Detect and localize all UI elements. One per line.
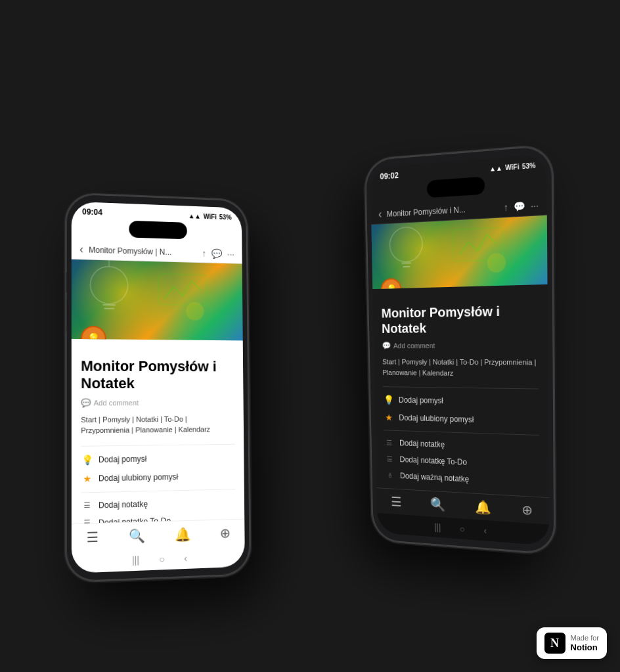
status-time-left: 09:04 [82, 207, 102, 217]
page-title-left: Monitor Pomysłów i Notatek [81, 357, 234, 393]
nav-icons-right: ↑ 💬 ··· [504, 199, 539, 212]
action-label-5-right: Dodaj ważną notatkę [400, 471, 469, 483]
notion-badge-text: Made for Notion [571, 634, 599, 653]
nav-title-left: Monitor Pomysłów | N... [89, 245, 197, 258]
bottom-list-icon-right[interactable]: ☰ [391, 493, 402, 509]
nav-title-right: Monitor Pomysłów i N... [387, 202, 498, 218]
divider-1-right [383, 386, 539, 389]
android-home-left[interactable]: ○ [159, 553, 165, 564]
content-left: Monitor Pomysłów i Notatek 💬 Add comment… [72, 338, 244, 523]
star-icon-right: ★ [384, 412, 395, 422]
bottom-list-icon-left[interactable]: ☰ [87, 529, 99, 545]
status-time-right: 09:02 [380, 170, 399, 181]
action-fav-idea-right[interactable]: ★ Dodaj ulubiony pomysł [384, 408, 539, 430]
wifi-icon-right: WiFi [505, 162, 520, 171]
phone-right: 09:02 ▲▲ WiFi 53% ‹ Monitor Pomysłów i N… [365, 145, 554, 554]
comment-add-icon-right: 💬 [382, 341, 391, 350]
more-icon-right[interactable]: ··· [531, 199, 539, 211]
more-icon-left[interactable]: ··· [227, 248, 234, 259]
add-comment-text-right: Add comment [393, 342, 435, 349]
back-button-right[interactable]: ‹ [378, 207, 382, 221]
notion-logo-char: N [550, 637, 559, 650]
action-label-3-left: Dodaj notatkę [99, 499, 148, 510]
bottom-search-icon-left[interactable]: 🔍 [129, 527, 145, 544]
phone-right-screen: 09:02 ▲▲ WiFi 53% ‹ Monitor Pomysłów i N… [370, 154, 550, 545]
android-back-left[interactable]: ||| [132, 554, 139, 566]
candle-icon-right: 🕯 [384, 471, 395, 479]
action-label-3-right: Dodaj notatkę [399, 438, 445, 449]
divider-2-right [384, 430, 539, 436]
breadcrumb-left: Start | Pomysły | Notatki | To-Do | Przy… [81, 413, 234, 436]
lines-icon-1-left: ☰ [81, 501, 93, 510]
divider-1-left [81, 443, 234, 446]
bottom-add-icon-left[interactable]: ⊕ [219, 525, 231, 541]
content-right: Monitor Pomysłów i Notatek 💬 Add comment… [372, 284, 548, 497]
action-label-1-left: Dodaj pomysł [99, 454, 146, 464]
action-label-1-right: Dodaj pomysł [399, 395, 443, 405]
add-comment-right[interactable]: 💬 Add comment [382, 340, 539, 350]
notion-badge-notion-label: Notion [571, 642, 599, 653]
svg-line-7 [402, 263, 411, 263]
breadcrumb-right: Start | Pomysły | Notatki | To-Do | Przy… [382, 356, 539, 378]
dynamic-island-left [129, 220, 187, 239]
phones-container: 09:04 ▲▲ WiFi 53% ‹ Monitor Pomysłów | N… [54, 51, 566, 642]
add-comment-text-left: Add comment [94, 398, 139, 406]
add-comment-left[interactable]: 💬 Add comment [81, 397, 234, 407]
idea-icon-left: 💡 [81, 454, 93, 465]
bottom-bell-icon-left[interactable]: 🔔 [175, 526, 191, 543]
action-add-idea-left[interactable]: 💡 Dodaj pomysł [81, 448, 235, 469]
action-label-4-right: Dodaj notatkę To-Do [399, 455, 467, 466]
hero-image-right: 💡 [371, 215, 547, 288]
idea-icon-right: 💡 [383, 394, 394, 405]
svg-point-6 [389, 226, 422, 262]
action-label-2-left: Dodaj ulubiony pomysł [99, 472, 178, 483]
back-button-left[interactable]: ‹ [79, 242, 83, 256]
status-icons-right: ▲▲ WiFi 53% [489, 161, 536, 172]
wifi-icon-left: WiFi [204, 212, 217, 219]
comment-add-icon-left: 💬 [81, 398, 91, 407]
dynamic-island-right [427, 176, 485, 198]
svg-point-5 [186, 302, 204, 320]
svg-point-10 [487, 253, 506, 273]
signal-icon-left: ▲▲ [188, 212, 201, 219]
battery-right: 53% [522, 161, 536, 169]
lines-icon-2-right: ☰ [384, 455, 395, 463]
battery-left: 53% [219, 213, 232, 220]
nav-icons-left: ↑ 💬 ··· [202, 248, 235, 259]
phone-left-screen: 09:04 ▲▲ WiFi 53% ‹ Monitor Pomysłów | N… [72, 201, 245, 573]
action-label-2-right: Dodaj ulubiony pomysł [399, 413, 474, 424]
android-recents-right[interactable]: ‹ [484, 525, 487, 535]
android-recents-left[interactable]: ‹ [184, 552, 187, 563]
comment-icon-right[interactable]: 💬 [514, 200, 525, 212]
share-icon-right[interactable]: ↑ [504, 201, 508, 212]
hero-image-left: 💡 [72, 259, 243, 340]
action-fav-idea-left[interactable]: ★ Dodaj ulubiony pomysł [81, 466, 235, 488]
bottom-bell-icon-right[interactable]: 🔔 [475, 499, 491, 515]
signal-icon-right: ▲▲ [489, 164, 502, 172]
notion-logo: N [544, 633, 565, 654]
comment-icon-left[interactable]: 💬 [211, 248, 222, 258]
star-icon-left: ★ [81, 473, 93, 484]
android-back-right[interactable]: ||| [434, 522, 441, 532]
lines-icon-1-right: ☰ [384, 438, 395, 447]
notion-badge: N Made for Notion [537, 627, 607, 659]
divider-2-left [81, 488, 235, 492]
phone-left: 09:04 ▲▲ WiFi 53% ‹ Monitor Pomysłów | N… [66, 193, 250, 581]
status-bar-left: 09:04 ▲▲ WiFi 53% [72, 201, 242, 224]
notion-badge-made-label: Made for [571, 634, 599, 642]
bottom-search-icon-right[interactable]: 🔍 [430, 496, 446, 512]
status-icons-left: ▲▲ WiFi 53% [188, 212, 232, 220]
bottom-add-icon-right[interactable]: ⊕ [521, 501, 533, 518]
page-title-right: Monitor Pomysłów i Notatek [381, 302, 538, 336]
android-home-right[interactable]: ○ [459, 524, 464, 534]
svg-point-0 [91, 266, 128, 304]
share-icon-left[interactable]: ↑ [202, 248, 207, 258]
